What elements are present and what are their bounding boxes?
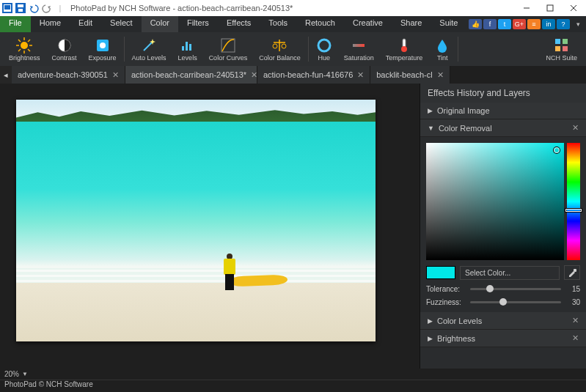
undo-icon[interactable] xyxy=(28,2,40,14)
tab-label: adventure-beach-390051 xyxy=(18,70,108,79)
exposure-tool[interactable]: Exposure xyxy=(83,34,122,64)
temperature-tool[interactable]: Temperature xyxy=(380,34,429,64)
ribbon-label: Color Balance xyxy=(259,54,301,62)
fuzziness-track[interactable] xyxy=(470,301,561,303)
window-title: PhotoPad by NCH Software - action-beach-… xyxy=(66,4,516,12)
contrast-tool[interactable]: Contrast xyxy=(46,34,83,64)
redo-icon[interactable] xyxy=(41,2,53,14)
hue-tool[interactable]: Hue xyxy=(310,34,338,64)
svg-point-29 xyxy=(273,44,277,48)
menu-tools[interactable]: Tools xyxy=(260,16,296,32)
save-icon[interactable] xyxy=(15,2,26,14)
section-color-removal[interactable]: ▼ Color Removal ✕ xyxy=(420,119,586,137)
select-color-button[interactable]: Select Color... xyxy=(460,266,560,280)
title-bar: | PhotoPad by NCH Software - action-beac… xyxy=(0,0,586,16)
document-tab[interactable]: backlit-beach-cl✕ xyxy=(370,66,450,84)
levels-tool[interactable]: Levels xyxy=(172,34,203,64)
ribbon-toolbar: Brightness Contrast Exposure Auto Levels… xyxy=(0,32,586,66)
fuzziness-thumb[interactable] xyxy=(499,298,507,306)
thumb-up-icon[interactable]: 👍 xyxy=(469,19,482,29)
menu-home[interactable]: Home xyxy=(31,16,70,32)
quick-access-toolbar: | xyxy=(1,2,66,14)
ribbon-label: Color Curves xyxy=(209,54,248,62)
menu-effects[interactable]: Effects xyxy=(218,16,260,32)
svg-line-22 xyxy=(144,42,153,51)
menu-suite[interactable]: Suite xyxy=(431,16,466,32)
menu-share[interactable]: Share xyxy=(392,16,431,32)
contrast-icon xyxy=(56,37,73,53)
nch-suite-button[interactable]: NCH Suite xyxy=(540,34,583,64)
document-tab[interactable]: action-beach-fun-416676✕ xyxy=(257,66,370,84)
hue-slider-thumb[interactable] xyxy=(565,209,582,212)
wand-icon xyxy=(141,37,157,53)
tint-tool[interactable]: Tint xyxy=(428,34,456,64)
section-label: Brightness xyxy=(437,334,475,343)
saturation-icon xyxy=(351,37,367,53)
svg-rect-4 xyxy=(18,4,23,7)
chevron-right-icon: ▶ xyxy=(428,107,433,114)
social-icons: 👍 f t G+ ≡ in ? ▾ xyxy=(469,16,586,32)
close-button[interactable] xyxy=(563,1,585,15)
color-balance-tool[interactable]: Color Balance xyxy=(253,34,307,64)
rss-icon[interactable]: ≡ xyxy=(527,19,541,29)
menu-bar: FileHomeEditSelectColorFiltersEffectsToo… xyxy=(0,16,586,32)
tab-label: backlit-beach-cl xyxy=(376,70,432,79)
eyedropper-button[interactable] xyxy=(564,265,580,280)
close-section-icon[interactable]: ✕ xyxy=(572,316,579,325)
menu-dropdown-icon[interactable]: ▾ xyxy=(571,19,585,29)
zoom-dropdown-icon[interactable]: ▼ xyxy=(22,371,28,377)
maximize-button[interactable] xyxy=(539,1,561,15)
twitter-icon[interactable]: t xyxy=(498,19,511,29)
section-brightness[interactable]: ▶ Brightness ✕ xyxy=(420,330,586,347)
menu-edit[interactable]: Edit xyxy=(70,16,101,32)
saturation-tool[interactable]: Saturation xyxy=(338,34,380,64)
auto-levels-tool[interactable]: Auto Levels xyxy=(126,34,172,64)
window-controls xyxy=(516,1,585,15)
color-removal-body: Select Color... Tolerance: 15 Fuzziness:… xyxy=(420,137,586,312)
tab-close-icon[interactable]: ✕ xyxy=(112,70,119,80)
tolerance-thumb[interactable] xyxy=(486,285,494,292)
section-color-levels[interactable]: ▶ Color Levels ✕ xyxy=(420,312,586,330)
section-original-image[interactable]: ▶ Original Image xyxy=(420,103,586,119)
thermometer-icon xyxy=(396,37,412,53)
google-plus-icon[interactable]: G+ xyxy=(513,19,526,29)
facebook-icon[interactable]: f xyxy=(483,19,497,29)
svg-rect-24 xyxy=(186,42,188,51)
drop-icon xyxy=(434,37,450,53)
svg-point-34 xyxy=(401,46,407,52)
menu-filters[interactable]: Filters xyxy=(178,16,218,32)
hue-slider[interactable] xyxy=(567,143,580,260)
close-section-icon[interactable]: ✕ xyxy=(572,123,579,133)
section-label: Color Levels xyxy=(437,317,482,325)
app-icon xyxy=(1,2,13,14)
svg-point-30 xyxy=(282,44,286,48)
linkedin-icon[interactable]: in xyxy=(542,19,555,29)
document-tab[interactable]: adventure-beach-390051✕ xyxy=(12,66,125,84)
menu-select[interactable]: Select xyxy=(101,16,142,32)
tab-close-icon[interactable]: ✕ xyxy=(437,70,444,80)
menu-color[interactable]: Color xyxy=(142,16,178,32)
color-field-cursor[interactable] xyxy=(554,147,560,153)
tab-close-icon[interactable]: ✕ xyxy=(357,70,364,80)
menu-file[interactable]: File xyxy=(0,16,31,32)
help-icon[interactable]: ? xyxy=(557,19,570,29)
color-field-picker[interactable] xyxy=(426,143,564,260)
color-curves-tool[interactable]: Color Curves xyxy=(203,34,254,64)
minimize-button[interactable] xyxy=(516,1,538,15)
ribbon-label: NCH Suite xyxy=(546,54,577,62)
tab-close-icon[interactable]: ✕ xyxy=(251,70,257,80)
ribbon-label: Brightness xyxy=(9,54,40,62)
ribbon-label: Contrast xyxy=(52,54,77,62)
brightness-tool[interactable]: Brightness xyxy=(3,34,46,64)
image-canvas[interactable] xyxy=(16,100,376,341)
tab-scroll-left[interactable]: ◂ xyxy=(0,66,12,84)
canvas-area[interactable] xyxy=(0,84,420,369)
document-tab[interactable]: action-beach-carribean-240513*✕ xyxy=(125,66,257,84)
tolerance-track[interactable] xyxy=(470,288,561,290)
close-section-icon[interactable]: ✕ xyxy=(572,333,579,343)
ribbon-separator xyxy=(308,37,309,62)
menu-creative[interactable]: Creative xyxy=(344,16,392,32)
ribbon-label: Hue xyxy=(318,54,330,62)
menu-retouch[interactable]: Retouch xyxy=(296,16,344,32)
svg-rect-23 xyxy=(182,46,184,51)
